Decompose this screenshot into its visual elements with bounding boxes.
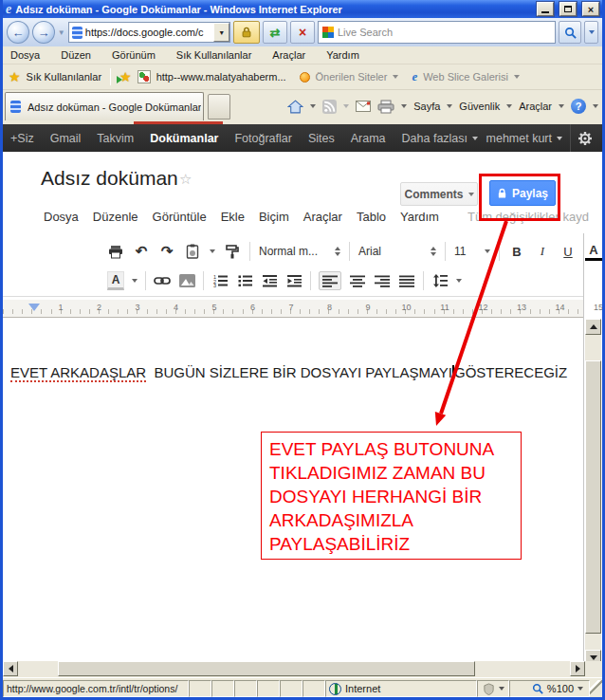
docs-menu-ekle[interactable]: Ekle xyxy=(221,210,245,224)
paste-format-icon[interactable] xyxy=(184,242,201,261)
menu-gorunum[interactable]: Görünüm xyxy=(112,49,156,61)
history-dropdown-icon[interactable]: ▼ xyxy=(58,28,65,37)
url-text[interactable]: https://docs.google.com/c xyxy=(85,27,213,38)
horizontal-scrollbar[interactable] xyxy=(3,661,585,676)
maximize-button[interactable] xyxy=(559,2,577,16)
protected-mode-indicator[interactable] xyxy=(477,680,509,697)
highlight-dropdown-icon[interactable] xyxy=(132,279,138,283)
home-icon[interactable] xyxy=(287,100,303,114)
text-color-button[interactable]: A xyxy=(585,242,602,261)
increase-indent-icon[interactable] xyxy=(285,271,302,290)
docs-menu-duzenle[interactable]: Düzenle xyxy=(93,210,138,224)
page-menu-button[interactable]: Sayfa xyxy=(413,101,440,112)
search-input[interactable]: Live Search xyxy=(318,21,556,44)
docs-menu-bicim[interactable]: Biçim xyxy=(259,210,289,224)
font-size-select[interactable]: 11 xyxy=(454,245,490,258)
paint-format-icon[interactable] xyxy=(224,242,241,261)
active-tab[interactable]: Adsız doküman - Google Dokümanlar xyxy=(5,92,204,120)
account-menu[interactable]: mehmet kurt xyxy=(486,124,562,152)
docs-menu-goruntule[interactable]: Görüntüle xyxy=(153,210,207,224)
line-spacing-dropdown-icon[interactable] xyxy=(456,279,462,283)
suggested-sites-button[interactable]: Önerilen Siteler xyxy=(316,71,388,83)
line-spacing-icon[interactable] xyxy=(431,271,449,290)
add-favorite-icon[interactable]: ★ xyxy=(119,69,132,84)
redo-icon[interactable]: ↷ xyxy=(158,242,175,261)
security-menu-button[interactable]: Güvenlik xyxy=(459,101,500,112)
gnav-sites[interactable]: Sites xyxy=(308,132,335,145)
bold-button[interactable]: B xyxy=(508,242,525,261)
align-right-button[interactable] xyxy=(374,271,391,290)
suggested-sites-dropdown-icon[interactable] xyxy=(393,75,398,79)
italic-button[interactable]: I xyxy=(534,242,551,261)
justify-button[interactable] xyxy=(398,271,415,290)
webslice-dropdown-icon[interactable] xyxy=(514,75,520,79)
feed-dropdown-icon[interactable] xyxy=(343,104,349,108)
decrease-indent-icon[interactable] xyxy=(261,271,278,290)
vertical-scrollbar[interactable] xyxy=(585,319,601,666)
security-lock-button[interactable] xyxy=(233,21,260,44)
url-field[interactable]: https://docs.google.com/c ▼ xyxy=(68,22,230,43)
scroll-left-button[interactable] xyxy=(3,661,18,676)
more-dropdown-icon[interactable] xyxy=(472,137,478,140)
settings-gear-button[interactable] xyxy=(570,124,598,152)
insert-link-icon[interactable] xyxy=(154,271,171,290)
align-left-button[interactable] xyxy=(319,271,341,290)
docs-menu-yardim[interactable]: Yardım xyxy=(400,210,439,224)
favorite-link[interactable]: http--www.malatyahaberm... xyxy=(156,71,286,83)
forward-button[interactable]: → xyxy=(32,21,55,44)
docs-menu-dosya[interactable]: Dosya xyxy=(44,210,79,224)
insert-image-icon[interactable] xyxy=(178,271,195,290)
print-dropdown-icon[interactable] xyxy=(401,104,407,108)
docs-print-icon[interactable] xyxy=(107,242,124,261)
print-icon[interactable] xyxy=(377,100,394,114)
bullet-list-icon[interactable] xyxy=(236,271,253,290)
gnav-arama[interactable]: Arama xyxy=(351,132,386,145)
read-mail-icon[interactable] xyxy=(356,101,371,112)
tools-menu-button[interactable]: Araçlar xyxy=(519,101,552,112)
menu-sik-kullanilanlar[interactable]: Sık Kullanılanlar xyxy=(176,49,252,61)
numbered-list-icon[interactable]: 123 xyxy=(211,271,229,290)
undo-icon[interactable]: ↶ xyxy=(133,242,150,261)
security-zone[interactable]: Internet xyxy=(325,680,477,697)
search-options-dropdown[interactable] xyxy=(584,21,598,44)
gnav-gmail[interactable]: Gmail xyxy=(50,132,82,145)
menu-yardim[interactable]: Yardım xyxy=(326,49,359,61)
document-text-line[interactable]: EVET ARKADAŞLAR BUGÜN SİZLERE BİR DOSYAY… xyxy=(10,364,567,380)
security-dropdown-icon[interactable] xyxy=(506,104,512,108)
document-title[interactable]: Adsız doküman xyxy=(41,167,178,190)
new-tab-button[interactable] xyxy=(208,94,230,120)
close-button[interactable]: × xyxy=(582,2,599,16)
gnav-dokumanlar[interactable]: Dokümanlar xyxy=(150,132,218,145)
horizontal-scroll-thumb[interactable] xyxy=(58,661,475,676)
scroll-right-button[interactable] xyxy=(570,661,585,676)
tools-dropdown-icon[interactable] xyxy=(559,104,564,108)
refresh-button[interactable]: ⇄ xyxy=(263,21,287,44)
rss-feed-icon[interactable] xyxy=(322,100,337,114)
vertical-scroll-thumb[interactable] xyxy=(585,360,601,634)
menu-duzen[interactable]: Düzen xyxy=(61,49,91,61)
docs-menu-araclar[interactable]: Araçlar xyxy=(303,210,342,224)
resize-grip[interactable] xyxy=(590,680,602,697)
gnav-plus-siz[interactable]: +Siz xyxy=(10,132,34,145)
stop-button[interactable]: × xyxy=(290,21,315,44)
ruler[interactable]: 123456789101112131415 xyxy=(3,300,583,318)
align-center-button[interactable] xyxy=(349,271,366,290)
paste-dropdown-icon[interactable] xyxy=(210,249,215,253)
underline-button[interactable]: U xyxy=(559,242,577,261)
indent-marker[interactable] xyxy=(28,304,40,311)
highlight-color-button[interactable]: A xyxy=(107,271,124,290)
menu-araclar[interactable]: Araçlar xyxy=(272,49,305,61)
docs-menu-tablo[interactable]: Tablo xyxy=(357,210,386,224)
page-dropdown-icon[interactable] xyxy=(447,104,452,108)
gnav-takvim[interactable]: Takvim xyxy=(97,132,134,145)
paragraph-style-select[interactable]: Normal m... xyxy=(259,245,340,258)
webslice-button[interactable]: Web Slice Galerisi xyxy=(423,71,508,83)
zoom-control[interactable]: %100 xyxy=(509,680,590,697)
comments-button[interactable]: Comments xyxy=(400,182,478,206)
home-dropdown-icon[interactable] xyxy=(310,104,316,108)
scroll-up-button[interactable] xyxy=(585,319,601,335)
font-select[interactable]: Arial xyxy=(358,245,436,258)
url-dropdown-button[interactable]: ▼ xyxy=(213,23,229,42)
star-document-icon[interactable]: ☆ xyxy=(179,171,192,188)
gnav-daha-fazlasi[interactable]: Daha fazlası xyxy=(402,132,468,145)
